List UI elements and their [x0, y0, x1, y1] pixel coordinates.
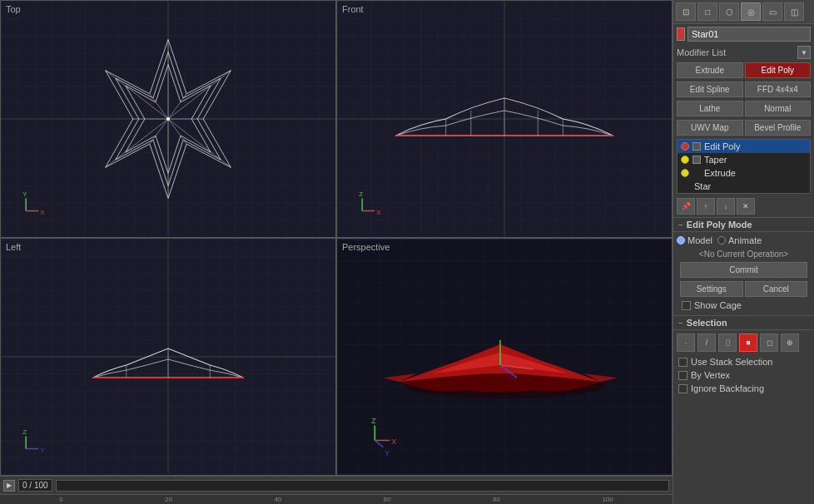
viewport-left[interactable]: Left [0, 238, 336, 476]
stack-controls: 📌 ↑ ↓ ✕ [673, 195, 814, 217]
toolbar-icon-3[interactable]: ⬡ [719, 2, 739, 21]
mode-radio-row: Model Animate [677, 235, 811, 245]
bottom-ruler: 0 20 40 60 80 100 [0, 494, 673, 504]
svg-point-19 [166, 117, 170, 121]
use-stack-row: Use Stack Selection [673, 355, 814, 368]
svg-text:X: X [40, 209, 45, 216]
modifier-button-grid-3: Lathe Normal [673, 99, 814, 118]
viewport-front[interactable]: Front [336, 0, 673, 238]
right-panel: ⊡ □ ⬡ ◎ ▭ ◫ Modifier List ▼ Extrude Edit… [673, 0, 814, 504]
modifier-list-dropdown[interactable]: ▼ [797, 46, 811, 59]
ignore-backfacing-row: Ignore Backfacing [673, 382, 814, 395]
viewport-top-label: Top [6, 4, 21, 14]
stack-item-taper[interactable]: Taper [678, 153, 810, 166]
use-stack-label: Use Stack Selection [691, 357, 772, 367]
panel-toolbar: ⊡ □ ⬡ ◎ ▭ ◫ [673, 0, 814, 24]
ffd-button[interactable]: FFD 4x4x4 [745, 82, 812, 97]
move-up-btn[interactable]: ↑ [697, 198, 715, 215]
toolbar-icon-6[interactable]: ◫ [784, 2, 804, 21]
svg-text:Z: Z [359, 190, 363, 198]
stack-label-edit-poly: Edit Poly [704, 141, 740, 151]
extrude-button[interactable]: Extrude [677, 62, 743, 78]
svg-text:X: X [391, 437, 396, 446]
model-radio-dot [677, 236, 685, 245]
polygon-select-icon[interactable]: ■ [739, 334, 757, 352]
stack-bulb-extrude [681, 169, 689, 177]
viewport-top[interactable]: Top [0, 0, 336, 238]
svg-text:Z: Z [371, 417, 376, 425]
edge-select-icon[interactable]: / [697, 334, 716, 352]
toolbar-icon-2[interactable]: □ [697, 2, 717, 21]
edit-poly-button-top[interactable]: Edit Poly [745, 62, 812, 78]
settings-button[interactable]: Settings [680, 281, 743, 297]
ignore-backfacing-checkbox[interactable] [678, 384, 687, 393]
extra-select-icon[interactable]: ⊕ [781, 334, 799, 352]
model-label: Model [687, 235, 712, 245]
svg-text:Y: Y [385, 449, 390, 457]
modifier-button-grid-1: Extrude Edit Poly [673, 61, 814, 80]
modifier-list-label: Modifier List [677, 47, 795, 57]
modifier-button-grid-2: Edit Spline FFD 4x4x4 [673, 80, 814, 99]
pin-stack-btn[interactable]: 📌 [677, 198, 695, 215]
selection-collapse[interactable]: − [678, 319, 683, 328]
cancel-button[interactable]: Cancel [745, 281, 808, 297]
stack-label-taper: Taper [704, 155, 727, 165]
stack-bulb-edit-poly [681, 142, 689, 151]
animate-radio-dot [717, 236, 726, 245]
svg-text:X: X [376, 209, 381, 216]
stack-label-star: Star [681, 181, 711, 191]
toolbar-icon-4[interactable]: ◎ [741, 2, 761, 21]
modifier-button-grid-4: UWV Map Bevel Profile [673, 118, 814, 137]
animate-label: Animate [728, 235, 762, 245]
stack-label-extrude: Extrude [704, 168, 736, 178]
show-cage-label: Show Cage [694, 300, 742, 310]
viewport-front-label: Front [342, 4, 364, 14]
element-select-icon[interactable]: ◻ [760, 334, 778, 352]
show-cage-row: Show Cage [677, 299, 811, 312]
svg-text:Z: Z [22, 428, 27, 436]
by-vertex-label: By Vertex [691, 370, 730, 380]
panel-scroll-area[interactable]: Modifier List ▼ Extrude Edit Poly Edit S… [673, 24, 814, 504]
stack-box-taper [692, 156, 701, 164]
use-stack-checkbox[interactable] [678, 358, 687, 367]
ignore-backfacing-label: Ignore Backfacing [691, 383, 764, 393]
stack-item-star[interactable]: Star [678, 180, 810, 193]
edit-poly-collapse[interactable]: − [678, 220, 683, 230]
lathe-button[interactable]: Lathe [677, 101, 743, 116]
stack-bulb-taper [681, 156, 689, 164]
viewport-left-label: Left [6, 242, 21, 252]
viewport-perspective[interactable]: Perspective [336, 238, 673, 476]
timeline-track[interactable] [56, 480, 669, 492]
modifier-stack: Edit Poly Taper Extrude Star [677, 139, 811, 194]
by-vertex-row: By Vertex [673, 368, 814, 382]
no-op-text: <No Current Operation> [677, 248, 811, 260]
commit-button[interactable]: Commit [680, 262, 807, 278]
selection-title: Selection [687, 318, 727, 328]
bevel-profile-button[interactable]: Bevel Profile [745, 120, 812, 136]
stack-item-edit-poly[interactable]: Edit Poly [678, 140, 810, 153]
move-down-btn[interactable]: ↓ [717, 198, 735, 215]
svg-text:Y: Y [40, 447, 45, 454]
viewport-perspective-label: Perspective [342, 242, 390, 252]
border-select-icon[interactable]: ⌷ [718, 334, 737, 352]
edit-poly-mode-header: − Edit Poly Mode [673, 217, 814, 232]
object-color-swatch[interactable] [677, 27, 685, 41]
stack-box-edit-poly [692, 142, 701, 151]
show-cage-checkbox[interactable] [682, 301, 691, 310]
play-button[interactable]: ▶ [3, 480, 15, 492]
stack-item-extrude[interactable]: Extrude [678, 166, 810, 180]
model-radio[interactable]: Model [677, 235, 712, 245]
animate-radio[interactable]: Animate [717, 235, 762, 245]
remove-modifier-btn[interactable]: ✕ [737, 198, 755, 215]
by-vertex-checkbox[interactable] [678, 371, 687, 380]
uvw-map-button[interactable]: UWV Map [677, 120, 743, 136]
timeline-bar: ▶ 0 / 100 [0, 476, 673, 494]
vertex-select-icon[interactable]: · [677, 334, 695, 352]
object-name-input[interactable] [687, 27, 811, 42]
toolbar-icon-1[interactable]: ⊡ [676, 2, 696, 21]
mode-section: Model Animate <No Current Operation> Com… [673, 232, 814, 315]
normal-button[interactable]: Normal [745, 101, 812, 116]
frame-counter: 0 / 100 [18, 479, 52, 492]
toolbar-icon-5[interactable]: ▭ [762, 2, 782, 21]
edit-spline-button[interactable]: Edit Spline [677, 82, 743, 97]
